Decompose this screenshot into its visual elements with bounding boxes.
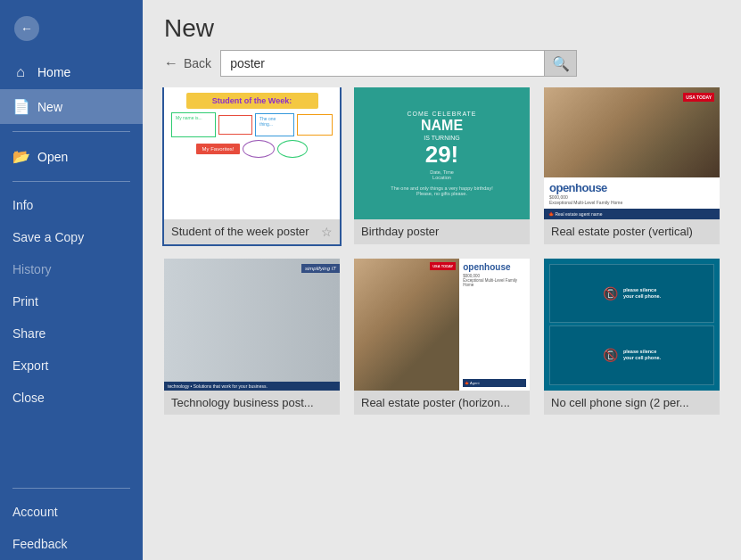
template-label-row-birthday: Birthday poster	[354, 219, 530, 243]
template-card-student[interactable]: Student of the Week: My name is... The o…	[164, 87, 340, 244]
student-cards-area: My name is... The one thing... My Favori…	[169, 112, 334, 158]
name-text: NAME	[421, 119, 463, 133]
template-label-nocell: No cell phone sign (2 per...	[551, 396, 689, 409]
template-label-tech: Technology business post...	[171, 396, 314, 409]
sidebar-item-new[interactable]: 📄 New	[0, 89, 143, 124]
mini-card-4	[297, 114, 333, 136]
oh-left: USA TODAY	[354, 259, 459, 391]
back-label: Back	[184, 56, 211, 70]
sidebar-item-new-label: New	[37, 100, 62, 114]
openhouse-title-vert: openhouse	[549, 181, 714, 194]
sidebar-item-home[interactable]: ⌂ Home	[0, 55, 143, 89]
main-header: New	[143, 0, 741, 50]
mini-card-6	[277, 140, 308, 158]
favorites-badge: My Favorites!	[196, 144, 239, 154]
template-label-birthday: Birthday poster	[361, 225, 439, 238]
template-card-nocell[interactable]: 📵 please silenceyour cell phone. 📵 pleas…	[544, 259, 720, 415]
template-label-realestate-vert: Real estate poster (vertical)	[551, 225, 693, 238]
template-thumb-nocell: 📵 please silenceyour cell phone. 📵 pleas…	[544, 259, 720, 391]
nocell-text-1: please silenceyour cell phone.	[623, 287, 661, 300]
come-celebrate-text: COME CELEBRATE	[407, 111, 476, 117]
is-turning-text: IS TURNING	[424, 135, 459, 141]
tech-people	[164, 259, 340, 391]
template-label-row-realestate-vert: Real estate poster (vertical)	[544, 219, 720, 243]
template-card-birthday[interactable]: COME CELEBRATE NAME IS TURNING 29! Date,…	[354, 87, 530, 244]
template-label-realestate-horiz: Real estate poster (horizon...	[361, 396, 510, 409]
search-input[interactable]	[221, 51, 544, 76]
sidebar-item-save-copy[interactable]: Save a Copy	[0, 221, 143, 253]
realestate-footer-vert: 🍁 Real estate agent name	[544, 209, 720, 219]
sidebar-item-print[interactable]: Print	[0, 285, 143, 317]
back-circle-icon: ←	[14, 16, 39, 41]
nocell-phone-icon-1: 📵	[603, 286, 618, 301]
nocell-phone-icon-2: 📵	[603, 348, 618, 362]
back-link[interactable]: ← Back	[164, 55, 211, 71]
template-thumb-tech: simplifying IT technology • Solutions th…	[164, 259, 340, 391]
mini-card-5	[243, 140, 275, 158]
openhouse-horiz-content: USA TODAY openhouse $000,000Exceptional …	[354, 259, 530, 391]
template-card-tech[interactable]: simplifying IT technology • Solutions th…	[164, 259, 340, 415]
sidebar-share-label: Share	[12, 326, 45, 341]
sidebar-item-account[interactable]: Account	[0, 496, 143, 528]
thumb-birthday-content: COME CELEBRATE NAME IS TURNING 29! Date,…	[354, 87, 530, 219]
template-label-row-nocell: No cell phone sign (2 per...	[544, 391, 720, 415]
realestate-house: USA TODAY	[544, 87, 720, 177]
oh-right-sub: $000,000Exceptional Multi-Level Family H…	[463, 274, 526, 287]
search-bar: ← Back 🔍	[143, 50, 741, 77]
back-arrow-icon: ←	[164, 55, 178, 71]
sidebar-item-export[interactable]: Export	[0, 350, 143, 382]
sidebar-item-share[interactable]: Share	[0, 317, 143, 350]
sidebar-divider-1	[12, 131, 130, 132]
tech-text-overlay: simplifying IT	[301, 264, 340, 273]
page-title: New	[164, 14, 720, 43]
sidebar-info-label: Info	[12, 198, 33, 212]
template-thumb-birthday: COME CELEBRATE NAME IS TURNING 29! Date,…	[354, 87, 530, 219]
sidebar-item-close[interactable]: Close	[0, 382, 143, 414]
sidebar-item-history: History	[0, 253, 143, 285]
home-icon: ⌂	[12, 64, 29, 80]
sidebar-feedback-label: Feedback	[12, 537, 67, 551]
tech-img-sim: simplifying IT technology • Solutions th…	[164, 259, 340, 391]
oh-right: openhouse $000,000Exceptional Multi-Leve…	[459, 259, 530, 391]
sidebar-item-feedback[interactable]: Feedback	[0, 528, 143, 560]
sidebar-back-button[interactable]: ←	[9, 11, 45, 46]
pin-icon-student[interactable]: ☆	[321, 225, 333, 239]
birthday-details: Date, TimeLocationThe one and only thing…	[391, 169, 492, 196]
template-label-row-tech: Technology business post...	[164, 391, 340, 415]
main-content: New ← Back 🔍 Student of the Week: My nam…	[143, 0, 741, 560]
sidebar-close-label: Close	[12, 391, 45, 405]
templates-grid: Student of the Week: My name is... The o…	[143, 87, 741, 560]
thumb-nocell-content: 📵 please silenceyour cell phone. 📵 pleas…	[544, 259, 720, 391]
sidebar-item-home-label: Home	[37, 65, 70, 79]
sidebar-print-label: Print	[12, 294, 38, 309]
thumb-student-content: Student of the Week: My name is... The o…	[164, 87, 340, 219]
sidebar-item-open[interactable]: 📂 Open	[0, 139, 143, 174]
template-thumb-realestate-vert: USA TODAY openhouse $000,000Exceptional …	[544, 87, 720, 219]
search-input-wrapper: 🔍	[220, 50, 577, 77]
template-label-row-student: Student of the week poster ☆	[164, 219, 340, 244]
openhouse-sub-vert: $000,000Exceptional Multi-Level Family H…	[549, 194, 714, 205]
student-banner: Student of the Week:	[186, 93, 318, 109]
oh-today-badge: USA TODAY	[430, 262, 456, 270]
open-icon: 📂	[12, 148, 29, 165]
mini-card-3: The one thing...	[255, 113, 294, 136]
search-button[interactable]: 🔍	[544, 51, 576, 76]
template-label-row-realestate-horiz: Real estate poster (horizon...	[354, 391, 530, 415]
sidebar-nav: ⌂ Home 📄 New	[0, 55, 143, 124]
thumb-realestate-content: USA TODAY openhouse $000,000Exceptional …	[544, 87, 720, 219]
openhouse-text-area-vert: openhouse $000,000Exceptional Multi-Leve…	[544, 177, 720, 209]
mini-card-1: My name is...	[171, 112, 216, 137]
template-thumb-realestate-horiz: USA TODAY openhouse $000,000Exceptional …	[354, 259, 530, 391]
sidebar-history-label: History	[12, 262, 52, 276]
today-badge: USA TODAY	[683, 93, 714, 102]
sidebar-item-info[interactable]: Info	[0, 189, 143, 221]
sidebar-divider-3	[12, 488, 130, 489]
template-card-realestate-vert[interactable]: USA TODAY openhouse $000,000Exceptional …	[544, 87, 720, 244]
new-doc-icon: 📄	[12, 98, 29, 115]
sidebar-save-copy-label: Save a Copy	[12, 230, 84, 244]
template-label-student: Student of the week poster	[171, 225, 309, 238]
nocell-text-2: please silenceyour cell phone.	[623, 349, 661, 361]
template-card-realestate-horiz[interactable]: USA TODAY openhouse $000,000Exceptional …	[354, 259, 530, 415]
mini-card-2	[218, 115, 252, 135]
sidebar: ← ⌂ Home 📄 New 📂 Open Info Save a Copy H…	[0, 0, 143, 560]
